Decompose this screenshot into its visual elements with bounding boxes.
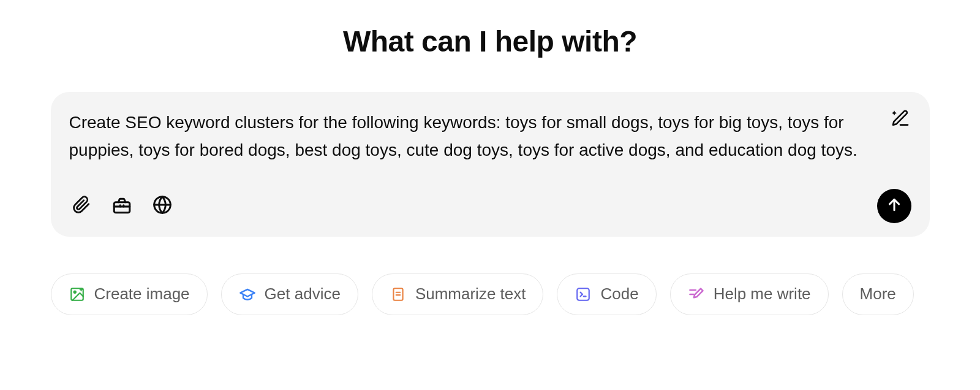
toolbar-left [69,194,175,218]
image-icon [69,286,86,303]
magic-edit-button[interactable] [889,108,911,130]
input-toolbar [69,189,911,223]
web-button[interactable] [150,194,175,218]
chip-label: Get advice [265,285,341,304]
prompt-input-container[interactable]: Create SEO keyword clusters for the foll… [51,92,930,237]
prompt-text[interactable]: Create SEO keyword clusters for the foll… [69,109,911,164]
code-icon [575,286,592,303]
page-heading: What can I help with? [343,25,637,58]
chip-more[interactable]: More [842,273,914,315]
document-icon [390,286,407,303]
chip-get-advice[interactable]: Get advice [221,273,358,315]
chip-create-image[interactable]: Create image [51,273,208,315]
arrow-up-icon [886,197,902,215]
globe-icon [153,195,172,216]
send-button[interactable] [877,189,911,223]
chip-summarize-text[interactable]: Summarize text [372,273,544,315]
write-icon [688,286,705,303]
chip-label: More [860,285,896,304]
toolbox-icon [111,194,132,217]
attachment-button[interactable] [69,194,94,218]
chip-label: Summarize text [415,285,526,304]
chip-code[interactable]: Code [557,273,656,315]
chip-label: Code [600,285,638,304]
suggestion-chips: Create image Get advice Summarize text [51,273,930,315]
tools-button[interactable] [110,194,134,218]
chip-help-me-write[interactable]: Help me write [670,273,829,315]
chip-label: Create image [94,285,190,304]
chip-label: Help me write [714,285,811,304]
paperclip-icon [72,196,91,216]
magic-pencil-icon [891,109,910,130]
svg-point-5 [74,291,75,292]
graduation-cap-icon [239,286,256,303]
